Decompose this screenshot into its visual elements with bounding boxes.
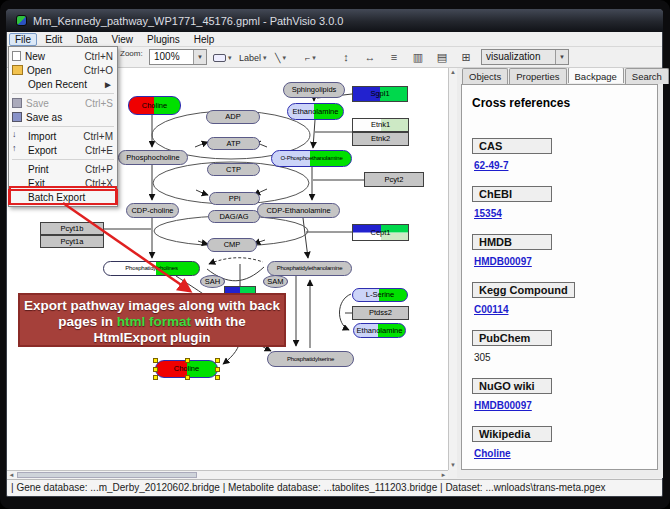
crossref-link-hmdb00097[interactable]: HMDB00097 bbox=[474, 256, 532, 267]
pathway-node-pcyt1b[interactable]: Pcyt1b bbox=[40, 222, 104, 235]
callout-line2: pages in html format with the bbox=[20, 314, 284, 330]
pathway-node-phosphocholine[interactable]: Phosphocholine bbox=[118, 150, 188, 165]
selection-handle[interactable] bbox=[185, 375, 190, 380]
backpage-section-chebi: ChEBI15354 bbox=[472, 184, 657, 219]
backpage-sections: CAS62-49-7ChEBI15354HMDBHMDB00097Kegg Co… bbox=[472, 136, 657, 459]
pathway-node-phosphatidylserine[interactable]: Phosphatidylserine bbox=[267, 351, 354, 367]
pathway-node-adp[interactable]: ADP bbox=[206, 110, 260, 124]
menu-plugins[interactable]: Plugins bbox=[141, 33, 186, 46]
tab-backpage[interactable]: Backpage bbox=[568, 67, 624, 83]
tab-properties[interactable]: Properties bbox=[509, 68, 566, 84]
canvas-vertical-scrollbar[interactable]: ▲ ▼ bbox=[448, 68, 457, 470]
pathway-node-ppi[interactable]: PPi bbox=[209, 192, 260, 205]
pathway-node-pcyt2[interactable]: Pcyt2 bbox=[364, 172, 424, 187]
stack-horizontal-icon[interactable]: ≡ bbox=[385, 49, 403, 66]
selection-handle[interactable] bbox=[153, 358, 158, 363]
connector-tool-button[interactable]: ⌐ ▾ bbox=[303, 50, 318, 65]
scroll-down-icon[interactable]: ▼ bbox=[449, 461, 457, 470]
pathway-node-pcyt1a[interactable]: Pcyt1a bbox=[40, 235, 104, 248]
chevron-down-icon[interactable]: ▼ bbox=[555, 50, 568, 64]
menu-item-open-recent[interactable]: Open Recent► bbox=[9, 77, 117, 91]
pathway-node-ethanolamine[interactable]: Ethanolamine bbox=[287, 103, 344, 120]
selection-handle[interactable] bbox=[215, 358, 220, 363]
batch-export-highlight-box bbox=[9, 186, 117, 205]
match-width-icon[interactable]: ▤ bbox=[433, 49, 451, 66]
crossref-link-hmdb00097[interactable]: HMDB00097 bbox=[474, 400, 532, 411]
connector-tool-icon: ⌐ bbox=[305, 53, 310, 63]
stack-vertical-icon[interactable]: ▥ bbox=[409, 49, 427, 66]
selection-handle[interactable] bbox=[185, 358, 190, 363]
pathway-node-etnk2[interactable]: Etnk2 bbox=[352, 132, 409, 146]
menu-separator bbox=[12, 93, 114, 94]
canvas-horizontal-scrollbar[interactable]: ◄ ► bbox=[7, 470, 448, 479]
menu-item-export[interactable]: ExportCtrl+E bbox=[9, 143, 117, 157]
menu-edit[interactable]: Edit bbox=[39, 33, 68, 46]
pathway-node-phosphatidylcholines[interactable]: Phosphatidylcholines bbox=[103, 261, 200, 276]
menu-separator bbox=[12, 159, 114, 160]
tab-objects[interactable]: Objects bbox=[462, 68, 508, 84]
pathway-node-sgpl1[interactable]: Sgpl1 bbox=[352, 86, 408, 102]
sidebar-tabs: ObjectsPropertiesBackpageSearchLegend bbox=[462, 68, 670, 84]
tab-search[interactable]: Search bbox=[625, 68, 669, 84]
crossref-link-15354[interactable]: 15354 bbox=[474, 208, 502, 219]
align-center-vertical-icon[interactable]: ↕ bbox=[337, 49, 355, 66]
pathway-node-l-serine[interactable]: L-Serine bbox=[352, 288, 408, 302]
pathway-node-sah[interactable]: SAH bbox=[200, 275, 225, 288]
gene-tool-button[interactable]: ▾ bbox=[211, 50, 234, 65]
saveas-icon bbox=[12, 112, 22, 122]
menu-item-import[interactable]: ImportCtrl+M bbox=[9, 129, 117, 143]
selection-handle[interactable] bbox=[153, 367, 158, 372]
pathway-node-o-phosphoethanolamine[interactable]: O-Phosphoethanolamine bbox=[271, 150, 352, 167]
pathway-node-ethanolamine[interactable]: Ethanolamine bbox=[353, 323, 406, 338]
chevron-down-icon[interactable]: ▾ bbox=[282, 54, 286, 62]
line-tool-button[interactable]: ╲ ▾ bbox=[273, 50, 288, 65]
menu-item-new[interactable]: NewCtrl+N bbox=[9, 49, 117, 63]
menu-item-open[interactable]: OpenCtrl+O bbox=[9, 63, 117, 77]
align-center-horizontal-icon[interactable]: ↔ bbox=[361, 49, 379, 66]
menu-item-label: Save as bbox=[26, 112, 113, 123]
scroll-right-icon[interactable]: ► bbox=[439, 471, 448, 479]
zoom-combobox[interactable]: 100% ▼ bbox=[149, 49, 207, 65]
visualization-value: visualization bbox=[486, 51, 540, 62]
pathway-node-cmp[interactable]: CMP bbox=[207, 238, 257, 252]
scrollbar-thumb[interactable] bbox=[17, 472, 197, 478]
selection-handle[interactable] bbox=[215, 367, 220, 372]
open-icon bbox=[12, 65, 23, 75]
menu-item-save[interactable]: SaveCtrl+S bbox=[9, 96, 117, 110]
chevron-down-icon[interactable]: ▼ bbox=[193, 50, 206, 64]
pathway-node-ptdss2[interactable]: Ptdss2 bbox=[352, 306, 409, 320]
pathway-node-choline[interactable]: Choline bbox=[155, 360, 218, 378]
pathway-node-choline[interactable]: Choline bbox=[128, 96, 181, 115]
pathway-node-etnk1[interactable]: Etnk1 bbox=[352, 118, 409, 132]
selection-handle[interactable] bbox=[153, 375, 158, 380]
visualization-combobox[interactable]: visualization ▼ bbox=[481, 49, 569, 65]
pathway-node-ctp[interactable]: CTP bbox=[207, 163, 260, 176]
scroll-up-icon[interactable]: ▲ bbox=[449, 68, 457, 77]
chevron-down-icon[interactable]: ▾ bbox=[263, 54, 267, 62]
label-tool-button[interactable]: Label ▾ bbox=[237, 50, 269, 65]
pathway-node-cdp-choline[interactable]: CDP-choline bbox=[126, 203, 179, 218]
scroll-left-icon[interactable]: ◄ bbox=[7, 471, 16, 479]
menu-data[interactable]: Data bbox=[70, 33, 103, 46]
pathway-node-cdp-ethanolamine[interactable]: CDP-Ethanolamine bbox=[257, 203, 340, 218]
selection-handle[interactable] bbox=[215, 375, 220, 380]
menu-help[interactable]: Help bbox=[188, 33, 221, 46]
menu-view[interactable]: View bbox=[105, 33, 139, 46]
pathway-node-cept1[interactable]: Cept1 bbox=[352, 224, 409, 241]
chevron-down-icon[interactable]: ▾ bbox=[312, 54, 316, 62]
pathway-node-dag-ag[interactable]: DAG/AG bbox=[208, 210, 260, 223]
crossref-link-choline[interactable]: Choline bbox=[474, 448, 511, 459]
pathway-node-phosphatidylethanolamine[interactable]: Phosphatidylethanolamine bbox=[267, 261, 352, 276]
menu-item-save-as[interactable]: Save as bbox=[9, 110, 117, 124]
crossref-link-c00114[interactable]: C00114 bbox=[474, 304, 508, 315]
app-icon bbox=[16, 15, 27, 26]
menu-item-print[interactable]: PrintCtrl+P bbox=[9, 162, 117, 176]
pathway-node-sphingolipids[interactable]: Sphingolipids bbox=[283, 82, 345, 98]
match-height-icon[interactable]: ⊞ bbox=[457, 49, 475, 66]
crossref-link-62-49-7[interactable]: 62-49-7 bbox=[474, 160, 508, 171]
pathway-node-sam[interactable]: SAM bbox=[263, 275, 288, 288]
menu-file[interactable]: File bbox=[9, 33, 37, 46]
backpage-section-hmdb: HMDBHMDB00097 bbox=[472, 232, 657, 267]
pathway-node-atp[interactable]: ATP bbox=[207, 137, 260, 150]
chevron-down-icon[interactable]: ▾ bbox=[228, 54, 232, 62]
